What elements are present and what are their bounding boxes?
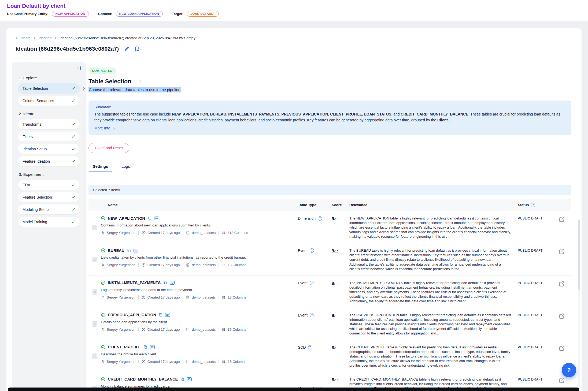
score-denominator: /10 [334, 218, 338, 221]
external-link-icon[interactable] [559, 216, 565, 223]
steps-sidebar: 1. Explore Table Selection [12, 62, 86, 391]
table-row: NEW_APPLICATION ID Contains information … [88, 211, 571, 243]
help-button[interactable]: ? [562, 363, 576, 377]
breadcrumb-item[interactable]: Ideate [21, 36, 31, 40]
divider [183, 231, 183, 235]
sidebar-item[interactable]: EDA [18, 180, 80, 190]
copy-icon[interactable] [180, 377, 184, 381]
edit-icon[interactable] [124, 46, 130, 51]
check-icon [71, 134, 76, 139]
breadcrumb-item[interactable]: Ideation (68d296e4bd5e1b963e0802a7) crea… [60, 36, 195, 40]
row-status: PUBLIC DRAFT [518, 248, 559, 252]
columns-icon [222, 360, 226, 364]
external-link-icon[interactable] [559, 377, 565, 384]
table-name[interactable]: INSTALLMENTS_PAYMENTS [108, 281, 161, 285]
breadcrumb-separator: > [16, 36, 18, 40]
id-badge-icon[interactable]: ID [150, 345, 155, 349]
scrollbar-thumb[interactable] [578, 220, 580, 290]
question-circle-icon[interactable]: ? [308, 345, 312, 349]
tables-table: Name Table Type Score Relevance Status ? [88, 199, 571, 391]
more-info-label: More Info [94, 126, 110, 130]
external-link-icon[interactable] [559, 345, 565, 352]
sidebar-item[interactable]: Column Semantics [18, 96, 80, 106]
id-badge-icon[interactable]: ID [134, 249, 138, 252]
tab[interactable]: Logs [121, 162, 130, 172]
question-circle-icon[interactable]: ? [310, 281, 314, 285]
external-link-icon[interactable] [559, 313, 565, 319]
copy-icon[interactable] [158, 313, 163, 317]
sidebar-item[interactable]: Ideation Setup [18, 144, 80, 154]
chevron-right-icon [112, 126, 116, 130]
external-link-icon[interactable] [559, 248, 565, 255]
table-meta: Sergey Yurgenson Created 17 days ago [101, 295, 291, 299]
table-description: Describes the profile for each client. [101, 352, 291, 356]
question-circle-icon[interactable]: ? [310, 248, 314, 253]
table-name[interactable]: BUREAU [108, 248, 124, 253]
breadcrumb-item[interactable]: Ideation [39, 36, 51, 40]
sidebar-item[interactable]: Modeling Setup [18, 204, 80, 214]
sidebar-item-label: Model Training [23, 220, 47, 224]
question-circle-icon[interactable]: ? [531, 203, 535, 207]
column-header-name: Name [101, 203, 298, 207]
copy-icon[interactable] [127, 248, 131, 253]
table-name[interactable]: CREDIT_CARD_MONTHLY_BALANCE [108, 377, 178, 381]
tab[interactable]: Settings [92, 162, 109, 172]
chevron-right-icon[interactable] [138, 79, 143, 84]
table-name[interactable]: NEW_APPLICATION [108, 216, 145, 221]
check-icon [71, 147, 76, 151]
id-badge-icon[interactable]: ID [154, 217, 159, 220]
id-badge-icon[interactable]: ID [187, 377, 192, 381]
score-value: 8 [332, 377, 334, 382]
row-checkbox[interactable] [92, 257, 97, 262]
sidebar-item[interactable]: Model Training [18, 217, 80, 227]
created: Created 17 days ago [147, 231, 180, 235]
bottom-bar [8, 388, 579, 391]
check-icon [71, 219, 76, 224]
row-checkbox[interactable] [92, 321, 97, 327]
score-denominator: /10 [334, 282, 338, 285]
table-description: Details prior loan applications by the c… [101, 320, 291, 324]
copy-icon[interactable] [147, 216, 152, 221]
summary-card: Summary: The suggested tables for the us… [88, 100, 571, 135]
columns-icon [222, 263, 226, 267]
page-title-row: Ideation (68d296e4bd5e1b963e0802a7) [6, 40, 582, 52]
sidebar-item[interactable]: Table Selection [18, 83, 80, 93]
page-title: Ideation (68d296e4bd5e1b963e0802a7) [16, 46, 119, 52]
relevance-text: The CLIENT_PROFILE table is highly relev… [349, 345, 518, 368]
table-meta: Sergey Yurgenson Created 17 days ago [101, 327, 291, 332]
sidebar-item[interactable]: Feature Selection [18, 192, 80, 202]
clipboard-history-icon[interactable] [134, 46, 140, 51]
id-badge-icon[interactable]: ID [170, 281, 175, 285]
check-icon [71, 183, 76, 187]
collapse-sidebar-icon[interactable] [77, 66, 82, 70]
row-checkbox[interactable] [92, 289, 97, 295]
sidebar-item[interactable]: Feature Ideation [18, 156, 80, 166]
table-type: Event [298, 248, 308, 253]
id-badge-icon[interactable]: ID [165, 313, 170, 317]
table-name[interactable]: PREVIOUS_APPLICATION [108, 313, 156, 317]
row-checkbox[interactable] [92, 353, 97, 359]
sidebar-item[interactable]: Filters [18, 132, 80, 141]
copy-icon[interactable] [143, 345, 147, 349]
sidebar-item-label: EDA [23, 183, 30, 187]
question-circle-icon[interactable]: ? [318, 216, 322, 221]
vertical-scrollbar[interactable] [578, 219, 580, 386]
row-status: PUBLIC DRAFT [518, 313, 559, 317]
more-info-link[interactable]: More Info [94, 126, 116, 130]
table-type-cell: Event ? [298, 281, 332, 285]
chevron-right-icon[interactable] [82, 86, 86, 91]
table-body: NEW_APPLICATION ID Contains information … [88, 211, 571, 391]
question-circle-icon[interactable]: ? [310, 313, 314, 317]
table-meta: Sergey Yurgenson Created 17 days ago [101, 231, 291, 235]
clone-and-reset-button[interactable]: Clone and Reset [88, 143, 129, 153]
score-cell: 9/10 [332, 216, 349, 221]
divider [138, 263, 139, 267]
relevance-text: The BUREAU table is highly relevant for … [349, 248, 518, 271]
divider [183, 263, 183, 267]
table-row: INSTALLMENTS_PAYMENTS ID Logs monthly in… [88, 276, 571, 308]
table-name[interactable]: CLIENT_PROFILE [108, 345, 141, 349]
row-checkbox[interactable] [92, 225, 97, 230]
sidebar-item[interactable]: Transforms [18, 119, 80, 129]
copy-icon[interactable] [163, 281, 167, 285]
external-link-icon[interactable] [559, 281, 565, 287]
